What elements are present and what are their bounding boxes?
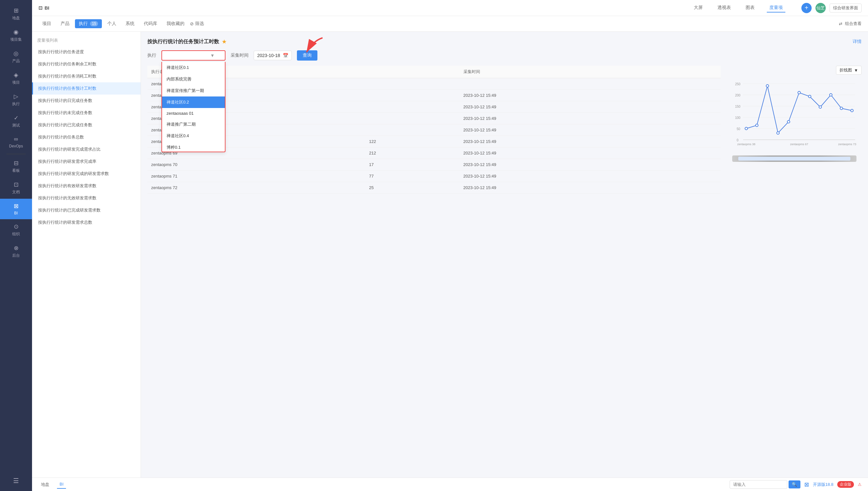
execution-icon: ▷ bbox=[14, 93, 18, 100]
filter-button[interactable]: ⊘ 筛选 bbox=[190, 21, 204, 27]
chart-type-label: 折线图 bbox=[839, 67, 852, 73]
metric-completed-tasks[interactable]: 按执行行统计的已完成任务数 bbox=[32, 119, 141, 131]
cell-time bbox=[460, 78, 721, 90]
metric-completed-dev-reqs[interactable]: 按执行行统计的已完成研发需求数 bbox=[32, 204, 141, 216]
metric-task-progress[interactable]: 按执行行统计的任务进度 bbox=[32, 46, 141, 58]
dropdown-item-opt3[interactable]: 禅道宣传推广第一期 bbox=[162, 85, 225, 96]
sidebar: ⊞ 地盘 ◉ 项目集 ◎ 产品 ◈ 项目 ▷ 执行 ✓ 测试 ∞ DevOps … bbox=[0, 0, 32, 491]
metric-task-consumed[interactable]: 按执行行统计的任务消耗工时数 bbox=[32, 70, 141, 82]
topnav-transparent-view[interactable]: 透视表 bbox=[715, 3, 734, 12]
subnav-personal[interactable]: 个人 bbox=[103, 19, 120, 28]
sidebar-item-devops[interactable]: ∞ DevOps bbox=[0, 132, 32, 152]
dropdown-scroll[interactable]: 禅道社区0.1 内部系统完善 禅道宣传推广第一期 禅道社区0.2 zentaos… bbox=[162, 62, 225, 152]
panel-header: 按执行行统计的任务预计工时数 ★ 详情 bbox=[147, 38, 862, 45]
cell-time: 2023-10-12 15:49 bbox=[460, 90, 721, 101]
svg-text:250: 250 bbox=[735, 82, 741, 86]
chart-section: 折线图 ▼ 0 50 100 150 200 bbox=[727, 66, 862, 200]
sidebar-item-doc[interactable]: ⊡ 文档 bbox=[0, 177, 32, 199]
dropdown-item-opt1[interactable]: 禅道社区0.1 bbox=[162, 62, 225, 74]
date-picker[interactable]: 2023-10-18 📅 bbox=[254, 51, 292, 60]
metric-daily-completed[interactable]: 按执行行统计的日完成任务数 bbox=[32, 94, 141, 107]
detail-link[interactable]: 详情 bbox=[852, 39, 862, 45]
topnav-chart[interactable]: 图表 bbox=[743, 3, 757, 12]
topnav-metric[interactable]: 度量项 bbox=[767, 3, 785, 12]
dropdown-item-opt6[interactable]: 禅道推广第二期 bbox=[162, 119, 225, 130]
backend-icon: ⊗ bbox=[14, 244, 19, 252]
sidebar-item-label: 产品 bbox=[12, 58, 20, 64]
sidebar-item-dashboard[interactable]: ⊞ 地盘 bbox=[0, 3, 32, 25]
chart-type-arrow: ▼ bbox=[854, 68, 858, 73]
metric-dev-completed-reqs[interactable]: 按执行行统计的研发完成的研发需求数 bbox=[32, 168, 141, 180]
sidebar-item-execution[interactable]: ▷ 执行 bbox=[0, 89, 32, 111]
user-avatar[interactable]: 仙芝 bbox=[815, 3, 826, 13]
chart-range-slider[interactable] bbox=[727, 154, 862, 163]
warning-icon: ⚠ bbox=[858, 482, 862, 487]
panel-title: 度量项列表 bbox=[32, 35, 141, 46]
cell-time: 2023-10-12 15:49 bbox=[460, 159, 721, 171]
bottom-bar: 地盘 BI 🔍 ⊠ 开源版18.8 企业版 ⚠ bbox=[32, 478, 868, 491]
bottom-right: 🔍 ⊠ 开源版18.8 企业版 ⚠ bbox=[730, 480, 862, 489]
subnav-favorites[interactable]: 我收藏的 bbox=[163, 19, 188, 28]
sidebar-item-backend[interactable]: ⊗ 后台 bbox=[0, 241, 32, 262]
subnav-project[interactable]: 项目 bbox=[38, 19, 55, 28]
dropdown-item-opt2[interactable]: 内部系统完善 bbox=[162, 74, 225, 85]
sidebar-item-project-set[interactable]: ◉ 项目集 bbox=[0, 25, 32, 46]
sidebar-item-project[interactable]: ◈ 项目 bbox=[0, 68, 32, 89]
svg-point-19 bbox=[798, 91, 800, 94]
subnav-code-repo[interactable]: 代码库 bbox=[140, 19, 161, 28]
star-icon[interactable]: ★ bbox=[222, 38, 227, 45]
col-header-value bbox=[365, 66, 459, 78]
table-row: zentaopms 681222023-10-12 15:49 bbox=[147, 136, 721, 147]
sidebar-item-org[interactable]: ⊙ 组织 bbox=[0, 219, 32, 241]
subnav-system[interactable]: 系统 bbox=[122, 19, 138, 28]
metric-task-remaining[interactable]: 按执行行统计的任务剩余工时数 bbox=[32, 58, 141, 70]
bottom-search-input[interactable] bbox=[730, 480, 787, 489]
cell-value bbox=[365, 78, 459, 90]
cell-time: 2023-10-12 15:49 bbox=[460, 124, 721, 136]
sub-navigation: 项目 产品 执行 15 个人 系统 代码库 我收藏的 ⊘ 筛选 ⇄ 组合查看 bbox=[32, 16, 868, 32]
subnav-product[interactable]: 产品 bbox=[57, 19, 73, 28]
sidebar-item-product[interactable]: ◎ 产品 bbox=[0, 46, 32, 68]
execution-select-input[interactable]: ▼ bbox=[161, 50, 225, 61]
workspace-button[interactable]: 综合研发界面 bbox=[830, 3, 862, 12]
table-row: zentaopms2023-10-12 15:49 bbox=[147, 101, 721, 113]
cell-name: zentaopms 70 bbox=[147, 159, 365, 171]
dropdown-item-opt8[interactable]: 博粹0.1 bbox=[162, 142, 225, 152]
sidebar-item-test[interactable]: ✓ 测试 bbox=[0, 111, 32, 132]
table-row: zentaopms 71772023-10-12 15:49 bbox=[147, 171, 721, 182]
sidebar-item-board[interactable]: ⊟ 看板 bbox=[0, 156, 32, 177]
svg-point-17 bbox=[777, 132, 779, 134]
metric-total-dev-reqs[interactable]: 按执行行统计的研发需求总数 bbox=[32, 216, 141, 229]
logo-icon: ⊡ bbox=[38, 5, 42, 11]
sidebar-item-label: 看板 bbox=[12, 168, 20, 173]
sidebar-item-bi[interactable]: ⊠ BI bbox=[0, 199, 32, 219]
hamburger-icon[interactable]: ☰ bbox=[10, 474, 22, 488]
dropdown-item-opt4[interactable]: 禅道社区0.2 bbox=[162, 96, 225, 108]
svg-text:zentaopms 73: zentaopms 73 bbox=[838, 143, 857, 146]
metric-dev-completed-ratio[interactable]: 按执行行统计的研发完成需求占比 bbox=[32, 143, 141, 155]
metric-dev-completion-rate[interactable]: 按执行行统计的研发需求完成率 bbox=[32, 155, 141, 168]
sidebar-item-label: 测试 bbox=[12, 123, 20, 128]
cell-value bbox=[365, 124, 459, 136]
dropdown-item-opt5[interactable]: zentaosaas 01 bbox=[162, 108, 225, 119]
metric-task-estimated[interactable]: 按执行行统计的任务预计工时数 bbox=[32, 82, 141, 94]
metric-total-tasks[interactable]: 按执行行统计的任务总数 bbox=[32, 131, 141, 143]
metric-invalid-dev-reqs[interactable]: 按执行行统计的无效研发需求数 bbox=[32, 192, 141, 204]
cell-value bbox=[365, 101, 459, 113]
sidebar-bottom: ☰ bbox=[10, 474, 22, 491]
cell-time: 2023-10-12 15:49 bbox=[460, 101, 721, 113]
dropdown-item-opt7[interactable]: 禅道社区0.4 bbox=[162, 130, 225, 142]
metric-valid-dev-reqs[interactable]: 按执行行统计的有效研发需求数 bbox=[32, 180, 141, 192]
add-button[interactable]: + bbox=[801, 3, 812, 13]
topnav-dashboard-screen[interactable]: 大屏 bbox=[691, 3, 705, 12]
top-navigation: 大屏 透视表 图表 度量项 bbox=[691, 3, 785, 12]
top-bar: ⊡ BI 大屏 透视表 图表 度量项 + 仙芝 综合研发界面 bbox=[32, 0, 868, 16]
bottom-tab-home[interactable]: 地盘 bbox=[38, 481, 52, 489]
bottom-tab-bi[interactable]: BI bbox=[57, 481, 66, 489]
metric-incomplete[interactable]: 按执行行统计的未完成任务数 bbox=[32, 107, 141, 119]
chart-type-select[interactable]: 折线图 ▼ bbox=[836, 66, 862, 75]
bottom-search-button[interactable]: 🔍 bbox=[788, 481, 800, 488]
project-set-icon: ◉ bbox=[13, 29, 19, 35]
subnav-execution[interactable]: 执行 15 bbox=[75, 19, 102, 28]
combo-view-button[interactable]: ⇄ 组合查看 bbox=[839, 21, 862, 27]
